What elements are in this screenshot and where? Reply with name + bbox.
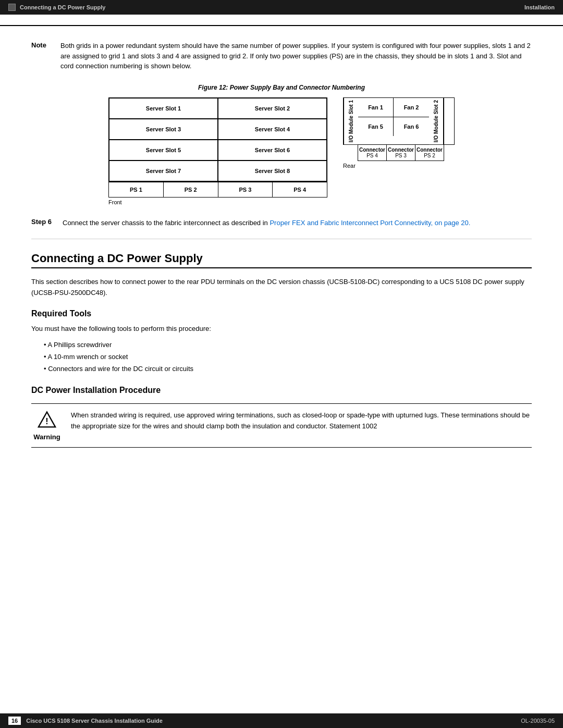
main-content: Note Both grids in a power redundant sys… [0, 26, 563, 487]
fan-grid: Fan 1 Fan 2 Fan 5 Fan 6 [358, 98, 429, 144]
front-diagram: Server Slot 1 Server Slot 2 Server Slot … [108, 97, 327, 198]
server-slots-grid: Server Slot 1 Server Slot 2 Server Slot … [109, 98, 327, 182]
section-intro: This section describes how to connect po… [31, 277, 532, 299]
required-tools-list: A Phillips screwdriver A 10-mm wrench or… [42, 339, 532, 375]
step-6-link[interactable]: Proper FEX and Fabric Interconnect Port … [270, 219, 470, 227]
fan-row-bottom: Fan 5 Fan 6 [358, 117, 429, 136]
fan-1: Fan 1 [358, 98, 394, 117]
server-slot-5: Server Slot 5 [109, 140, 218, 161]
footer-page-number: 16 [8, 717, 21, 725]
warning-label: Warning [33, 433, 60, 441]
note-text: Both grids in a power redundant system s… [60, 41, 532, 71]
server-slot-7: Server Slot 7 [109, 161, 218, 181]
svg-text:!: ! [45, 416, 48, 426]
fan-row-top: Fan 1 Fan 2 [358, 98, 429, 117]
footer-title: Cisco UCS 5108 Server Chassis Installati… [26, 718, 163, 724]
io-module-slot-2: I/O Module Slot 2 [429, 98, 444, 144]
ps-slot-1: PS 1 [109, 182, 164, 197]
tool-item-1: A Phillips screwdriver [42, 339, 532, 351]
fan-5: Fan 5 [358, 117, 394, 136]
footer: 16 Cisco UCS 5108 Server Chassis Install… [0, 713, 563, 728]
server-slot-3: Server Slot 3 [109, 119, 218, 140]
server-slot-4: Server Slot 4 [218, 119, 327, 140]
step-6-text: Connect the server chassis to the fabric… [63, 218, 470, 229]
warning-block: ! Warning When stranded wiring is requir… [31, 403, 532, 448]
connector-row: Connector PS 4 Connector PS 3 Connector … [358, 145, 444, 161]
io-module-slot-1: I/O Module Slot 1 [344, 98, 358, 144]
sub-header-text [553, 17, 555, 23]
step-6-label: Step 6 [31, 218, 57, 229]
rear-diagram-wrapper: I/O Module Slot 1 Fan 1 Fan 2 Fan 5 Fan … [343, 97, 455, 169]
figure-container: Figure 12: Power Supply Bay and Connecto… [31, 84, 532, 205]
warning-triangle-icon: ! [38, 410, 56, 429]
server-slot-6: Server Slot 6 [218, 140, 327, 161]
connector-ps4: Connector PS 4 [358, 145, 387, 161]
warning-text: When stranded wiring is required, use ap… [71, 410, 532, 432]
top-bar-icon [8, 4, 16, 11]
rear-diagram: I/O Module Slot 1 Fan 1 Fan 2 Fan 5 Fan … [343, 97, 455, 145]
front-label: Front [108, 199, 327, 205]
diagram-wrapper: Server Slot 1 Server Slot 2 Server Slot … [108, 97, 455, 205]
ps-row: PS 1 PS 2 PS 3 PS 4 [109, 182, 327, 197]
tool-item-2: A 10-mm wrench or socket [42, 351, 532, 363]
ps-slot-3: PS 3 [218, 182, 273, 197]
footer-doc-number: OL-20035-05 [521, 718, 555, 724]
fan-2: Fan 2 [394, 98, 429, 117]
rear-label: Rear [343, 163, 455, 169]
top-bar: Connecting a DC Power Supply Installatio… [0, 0, 563, 15]
server-slot-1: Server Slot 1 [109, 98, 218, 119]
note-block: Note Both grids in a power redundant sys… [31, 41, 532, 71]
ps-slot-4: PS 4 [273, 182, 327, 197]
tool-item-3: Connectors and wire for the DC circuit o… [42, 363, 532, 375]
top-bar-chapter-label: Installation [524, 4, 555, 10]
top-bar-left: Connecting a DC Power Supply [8, 4, 105, 11]
dc-procedure-heading: DC Power Installation Procedure [31, 386, 532, 395]
step-6-block: Step 6 Connect the server chassis to the… [31, 218, 532, 240]
top-bar-section-label: Connecting a DC Power Supply [20, 4, 105, 10]
server-slot-2: Server Slot 2 [218, 98, 327, 119]
ps-slot-2: PS 2 [164, 182, 218, 197]
connector-ps3: Connector PS 3 [387, 145, 415, 161]
figure-caption: Figure 12: Power Supply Bay and Connecto… [31, 84, 532, 91]
sub-header [0, 15, 563, 26]
required-tools-intro: You must have the following tools to per… [31, 324, 532, 335]
footer-left: 16 Cisco UCS 5108 Server Chassis Install… [8, 717, 163, 725]
connector-ps2: Connector PS 2 [415, 145, 444, 161]
section-heading: Connecting a DC Power Supply [31, 252, 532, 268]
server-slot-8: Server Slot 8 [218, 161, 327, 181]
note-label: Note [31, 41, 52, 71]
warning-icon-col: ! Warning [31, 410, 63, 441]
front-diagram-wrapper: Server Slot 1 Server Slot 2 Server Slot … [108, 97, 327, 205]
extra-col [444, 98, 454, 144]
fan-6: Fan 6 [394, 117, 429, 136]
required-tools-heading: Required Tools [31, 309, 532, 318]
